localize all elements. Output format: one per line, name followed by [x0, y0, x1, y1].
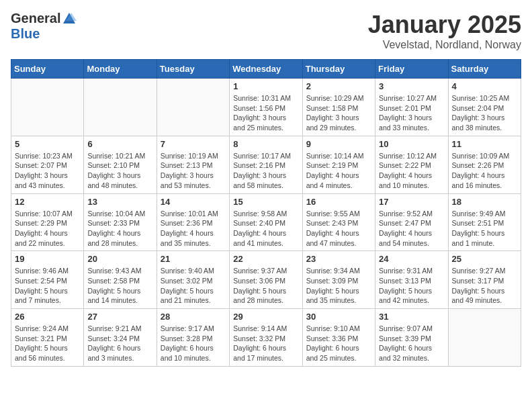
weekday-header: Sunday [11, 60, 84, 79]
day-info: Sunrise: 10:27 AM Sunset: 2:01 PM Daylig… [379, 93, 444, 133]
calendar-week-row: 26Sunrise: 9:24 AM Sunset: 3:21 PM Dayli… [11, 309, 521, 367]
page-header: General Blue January 2025 Vevelstad, Nor… [11, 11, 521, 51]
day-info: Sunrise: 9:31 AM Sunset: 3:13 PM Dayligh… [379, 266, 444, 306]
day-info: Sunrise: 10:12 AM Sunset: 2:22 PM Daylig… [379, 151, 444, 191]
day-number: 14 [161, 197, 226, 207]
day-number: 15 [233, 197, 298, 207]
day-info: Sunrise: 9:07 AM Sunset: 3:39 PM Dayligh… [379, 324, 444, 363]
day-number: 23 [306, 254, 371, 264]
calendar-cell [448, 309, 521, 367]
logo-icon [62, 11, 77, 26]
day-info: Sunrise: 9:34 AM Sunset: 3:09 PM Dayligh… [306, 266, 371, 306]
calendar-cell: 10Sunrise: 10:12 AM Sunset: 2:22 PM Dayl… [375, 136, 448, 193]
day-number: 5 [15, 139, 80, 149]
calendar-cell: 15Sunrise: 9:58 AM Sunset: 2:40 PM Dayli… [230, 193, 302, 251]
calendar-cell: 21Sunrise: 9:40 AM Sunset: 3:02 PM Dayli… [157, 251, 229, 309]
day-info: Sunrise: 9:58 AM Sunset: 2:40 PM Dayligh… [233, 209, 298, 248]
weekday-header: Monday [84, 60, 157, 79]
weekday-header: Wednesday [230, 60, 302, 79]
calendar-table: SundayMondayTuesdayWednesdayThursdayFrid… [11, 59, 521, 367]
logo: General Blue [11, 11, 77, 42]
calendar-cell: 9Sunrise: 10:14 AM Sunset: 2:19 PM Dayli… [302, 136, 375, 193]
logo-general-text: General [11, 11, 60, 26]
day-info: Sunrise: 10:23 AM Sunset: 2:07 PM Daylig… [15, 151, 80, 191]
day-number: 8 [233, 139, 298, 149]
day-info: Sunrise: 9:46 AM Sunset: 2:54 PM Dayligh… [15, 266, 80, 306]
day-info: Sunrise: 9:27 AM Sunset: 3:17 PM Dayligh… [452, 266, 517, 306]
day-number: 21 [161, 254, 226, 264]
calendar-cell: 27Sunrise: 9:21 AM Sunset: 3:24 PM Dayli… [84, 309, 157, 367]
day-info: Sunrise: 9:24 AM Sunset: 3:21 PM Dayligh… [15, 324, 80, 363]
day-number: 1 [233, 81, 298, 91]
day-info: Sunrise: 10:19 AM Sunset: 2:13 PM Daylig… [161, 151, 226, 191]
day-number: 6 [87, 139, 152, 149]
calendar-week-row: 5Sunrise: 10:23 AM Sunset: 2:07 PM Dayli… [11, 136, 521, 193]
day-info: Sunrise: 10:09 AM Sunset: 2:26 PM Daylig… [452, 151, 517, 191]
calendar-cell: 2Sunrise: 10:29 AM Sunset: 1:58 PM Dayli… [302, 79, 375, 136]
calendar-cell: 8Sunrise: 10:17 AM Sunset: 2:16 PM Dayli… [230, 136, 302, 193]
calendar-cell: 7Sunrise: 10:19 AM Sunset: 2:13 PM Dayli… [157, 136, 229, 193]
day-number: 22 [233, 254, 298, 264]
calendar-cell: 22Sunrise: 9:37 AM Sunset: 3:06 PM Dayli… [230, 251, 302, 309]
calendar-cell: 20Sunrise: 9:43 AM Sunset: 2:58 PM Dayli… [84, 251, 157, 309]
calendar-cell: 14Sunrise: 10:01 AM Sunset: 2:36 PM Dayl… [157, 193, 229, 251]
day-number: 29 [233, 312, 298, 322]
day-info: Sunrise: 9:43 AM Sunset: 2:58 PM Dayligh… [87, 266, 152, 306]
day-number: 7 [161, 139, 226, 149]
calendar-cell: 4Sunrise: 10:25 AM Sunset: 2:04 PM Dayli… [448, 79, 521, 136]
calendar-cell: 16Sunrise: 9:55 AM Sunset: 2:43 PM Dayli… [302, 193, 375, 251]
calendar-cell: 26Sunrise: 9:24 AM Sunset: 3:21 PM Dayli… [11, 309, 84, 367]
calendar-cell: 31Sunrise: 9:07 AM Sunset: 3:39 PM Dayli… [375, 309, 448, 367]
calendar-cell: 3Sunrise: 10:27 AM Sunset: 2:01 PM Dayli… [375, 79, 448, 136]
weekday-header: Thursday [302, 60, 375, 79]
calendar-week-row: 12Sunrise: 10:07 AM Sunset: 2:29 PM Dayl… [11, 193, 521, 251]
day-info: Sunrise: 10:25 AM Sunset: 2:04 PM Daylig… [452, 93, 517, 133]
day-number: 25 [452, 254, 517, 264]
calendar-cell: 13Sunrise: 10:04 AM Sunset: 2:33 PM Dayl… [84, 193, 157, 251]
calendar-cell: 23Sunrise: 9:34 AM Sunset: 3:09 PM Dayli… [302, 251, 375, 309]
day-number: 10 [379, 139, 444, 149]
location-text: Vevelstad, Nordland, Norway [368, 39, 521, 51]
calendar-week-row: 19Sunrise: 9:46 AM Sunset: 2:54 PM Dayli… [11, 251, 521, 309]
day-info: Sunrise: 9:17 AM Sunset: 3:28 PM Dayligh… [161, 324, 226, 363]
calendar-header-row: SundayMondayTuesdayWednesdayThursdayFrid… [11, 60, 521, 79]
weekday-header: Friday [375, 60, 448, 79]
title-section: January 2025 Vevelstad, Nordland, Norway [368, 11, 521, 51]
calendar-cell [11, 79, 84, 136]
day-info: Sunrise: 10:04 AM Sunset: 2:33 PM Daylig… [87, 209, 152, 248]
day-info: Sunrise: 9:49 AM Sunset: 2:51 PM Dayligh… [452, 209, 517, 248]
day-number: 30 [306, 312, 371, 322]
day-number: 31 [379, 312, 444, 322]
day-info: Sunrise: 10:21 AM Sunset: 2:10 PM Daylig… [87, 151, 152, 191]
day-number: 9 [306, 139, 371, 149]
calendar-cell: 11Sunrise: 10:09 AM Sunset: 2:26 PM Dayl… [448, 136, 521, 193]
logo-blue-text: Blue [11, 26, 40, 42]
weekday-header: Tuesday [157, 60, 229, 79]
calendar-cell: 28Sunrise: 9:17 AM Sunset: 3:28 PM Dayli… [157, 309, 229, 367]
day-number: 20 [87, 254, 152, 264]
day-info: Sunrise: 10:29 AM Sunset: 1:58 PM Daylig… [306, 93, 371, 133]
calendar-cell: 1Sunrise: 10:31 AM Sunset: 1:56 PM Dayli… [230, 79, 302, 136]
day-number: 12 [15, 197, 80, 207]
day-number: 24 [379, 254, 444, 264]
calendar-cell: 18Sunrise: 9:49 AM Sunset: 2:51 PM Dayli… [448, 193, 521, 251]
calendar-cell: 12Sunrise: 10:07 AM Sunset: 2:29 PM Dayl… [11, 193, 84, 251]
day-number: 27 [87, 312, 152, 322]
day-number: 19 [15, 254, 80, 264]
day-number: 16 [306, 197, 371, 207]
day-number: 2 [306, 81, 371, 91]
calendar-week-row: 1Sunrise: 10:31 AM Sunset: 1:56 PM Dayli… [11, 79, 521, 136]
day-info: Sunrise: 9:21 AM Sunset: 3:24 PM Dayligh… [87, 324, 152, 363]
day-info: Sunrise: 10:31 AM Sunset: 1:56 PM Daylig… [233, 93, 298, 133]
calendar-cell [157, 79, 229, 136]
day-number: 26 [15, 312, 80, 322]
day-info: Sunrise: 9:14 AM Sunset: 3:32 PM Dayligh… [233, 324, 298, 363]
calendar-cell: 24Sunrise: 9:31 AM Sunset: 3:13 PM Dayli… [375, 251, 448, 309]
day-number: 3 [379, 81, 444, 91]
calendar-cell: 6Sunrise: 10:21 AM Sunset: 2:10 PM Dayli… [84, 136, 157, 193]
day-number: 11 [452, 139, 517, 149]
day-info: Sunrise: 10:01 AM Sunset: 2:36 PM Daylig… [161, 209, 226, 248]
day-info: Sunrise: 9:52 AM Sunset: 2:47 PM Dayligh… [379, 209, 444, 248]
calendar-cell: 29Sunrise: 9:14 AM Sunset: 3:32 PM Dayli… [230, 309, 302, 367]
calendar-cell: 17Sunrise: 9:52 AM Sunset: 2:47 PM Dayli… [375, 193, 448, 251]
